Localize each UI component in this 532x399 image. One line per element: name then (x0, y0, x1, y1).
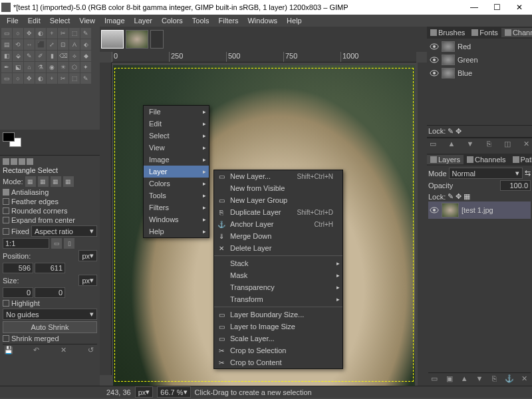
menu-filters[interactable]: Filters (215, 16, 243, 25)
tab-channels[interactable]: Channels (501, 28, 532, 37)
ctx-file[interactable]: File▸ (144, 106, 209, 118)
tool-6[interactable]: ⬚ (69, 28, 80, 39)
tool-39[interactable]: ✎ (80, 73, 91, 84)
ratio-landscape[interactable]: ▭ (51, 238, 62, 249)
mode-int[interactable]: ▦ (63, 176, 74, 187)
ch-dup[interactable]: ⎘ (484, 140, 493, 148)
layer-dup[interactable]: ⎘ (490, 374, 499, 383)
tool-36[interactable]: + (47, 73, 57, 84)
toolopt-reset[interactable]: ↺ (86, 346, 96, 354)
tool-29[interactable]: ☀ (58, 62, 68, 72)
maximize-button[interactable]: ☐ (485, 0, 508, 15)
tool-27[interactable]: ⚗ (35, 62, 46, 72)
tool-35[interactable]: ◐ (35, 73, 46, 84)
ctx-layer-transform[interactable]: Transform▸ (214, 293, 342, 305)
tool-32[interactable]: ▭ (1, 73, 12, 84)
size-x-field[interactable]: 0 (3, 287, 33, 298)
tool-5[interactable]: ✂ (58, 28, 68, 39)
ctx-edit[interactable]: Edit▸ (144, 118, 209, 130)
channel-blue[interactable]: Blue (428, 66, 531, 80)
size-unit[interactable]: px▾ (78, 275, 97, 286)
minimize-button[interactable]: — (463, 0, 485, 15)
tool-12[interactable]: ⤢ (47, 39, 57, 50)
ctx-view[interactable]: View▸ (144, 142, 209, 154)
size-y-field[interactable]: 0 (35, 287, 65, 298)
channel-red[interactable]: Red (428, 40, 531, 53)
tab-channels[interactable]: Channels (464, 155, 509, 164)
ch-up[interactable]: ▲ (447, 140, 456, 148)
tab-layers[interactable]: Layers (427, 155, 464, 164)
ch-sel[interactable]: ◫ (503, 140, 512, 148)
guides-select[interactable]: No guides▾ (3, 309, 97, 320)
ch-del[interactable]: ✕ (521, 140, 531, 148)
ctx-layer-delete-layer[interactable]: ✕Delete Layer (214, 242, 342, 254)
layer-del[interactable]: ✕ (520, 374, 529, 383)
rounded-checkbox[interactable] (3, 207, 9, 214)
tab-brushes[interactable]: Brushes (427, 28, 468, 37)
ctx-image[interactable]: Image▸ (144, 154, 209, 166)
tool-15[interactable]: ⬖ (80, 39, 91, 50)
mode-add[interactable]: ▦ (38, 176, 49, 187)
lock-pos-icon[interactable]: ✥ (456, 192, 462, 201)
layer-new[interactable]: ▭ (430, 374, 439, 383)
channel-green[interactable]: Green (428, 53, 531, 66)
image-tab-3[interactable] (150, 30, 164, 49)
toolopt-restore[interactable]: ↶ (31, 346, 41, 354)
expand-checkbox[interactable] (3, 217, 9, 223)
toolopt-delete[interactable]: ✕ (59, 346, 68, 354)
ratio-field[interactable]: 1:1 (3, 238, 49, 249)
layer-group[interactable]: ▣ (445, 374, 454, 383)
tool-23[interactable]: ◆ (80, 51, 91, 61)
tool-18[interactable]: ✎ (24, 51, 35, 61)
tool-14[interactable]: A (69, 39, 80, 50)
ctx-layer-crop-to-content[interactable]: ✂Crop to Content (214, 356, 342, 368)
tool-20[interactable]: ▮ (47, 51, 57, 61)
ch-new[interactable]: ▭ (428, 140, 438, 148)
tool-11[interactable]: ⬛ (35, 39, 46, 50)
opacity-field[interactable]: 100.0 (500, 180, 531, 191)
aa-checkbox[interactable] (3, 189, 9, 196)
pos-x-field[interactable]: 596 (3, 263, 33, 273)
ctx-filters[interactable]: Filters▸ (144, 201, 209, 213)
menu-image[interactable]: Image (100, 16, 129, 25)
ctx-layer-mask[interactable]: Mask▸ (214, 269, 342, 281)
tool-1[interactable]: ○ (13, 28, 23, 39)
ctx-layer[interactable]: Layer▸ (144, 166, 209, 178)
ctx-help[interactable]: Help▸ (144, 225, 209, 237)
menu-edit[interactable]: Edit (24, 16, 45, 25)
zoom-select[interactable]: 66.7 %▾ (157, 386, 190, 398)
tool-37[interactable]: ✂ (58, 73, 68, 84)
feather-checkbox[interactable] (3, 198, 9, 205)
ctx-layer-duplicate-layer[interactable]: ⎘Duplicate LayerShift+Ctrl+D (214, 206, 342, 218)
tool-22[interactable]: ⟡ (69, 51, 80, 61)
layer-name[interactable]: [test 1.jpg (462, 206, 493, 214)
ctx-layer-new-layer-[interactable]: ▭New Layer...Shift+Ctrl+N (214, 170, 342, 182)
pos-y-field[interactable]: 611 (35, 263, 65, 273)
tool-2[interactable]: ✥ (24, 28, 35, 39)
tool-24[interactable]: ✒ (1, 62, 12, 72)
layer-down[interactable]: ▼ (475, 374, 484, 383)
autoshrink-button[interactable]: Auto Shrink (3, 321, 97, 333)
ch-down[interactable]: ▼ (466, 140, 475, 148)
eye-icon[interactable] (430, 43, 439, 51)
status-unit-select[interactable]: px▾ (135, 386, 154, 398)
tab-paths[interactable]: Paths (509, 155, 532, 164)
lock-alpha-icon[interactable]: ▦ (464, 192, 470, 201)
ctx-layer-scale-layer-[interactable]: ▭Scale Layer... (214, 332, 342, 344)
lock-pixel-icon[interactable]: ✎ (448, 192, 454, 201)
fixed-select[interactable]: Aspect ratio▾ (31, 225, 97, 237)
ctx-tools[interactable]: Tools▸ (144, 190, 209, 201)
ratio-portrait[interactable]: ▯ (64, 238, 74, 249)
shrinkmerged-checkbox[interactable] (3, 335, 9, 342)
ctx-layer-layer-to-image-size[interactable]: ▭Layer to Image Size (214, 321, 342, 332)
ctx-colors[interactable]: Colors▸ (144, 178, 209, 190)
menu-tools[interactable]: Tools (188, 16, 213, 25)
tool-28[interactable]: ◉ (47, 62, 57, 72)
close-button[interactable]: ✕ (508, 0, 531, 15)
tool-38[interactable]: ⬚ (69, 73, 80, 84)
color-swatches[interactable] (3, 132, 27, 152)
tool-8[interactable]: ▤ (1, 39, 12, 50)
tab-fonts[interactable]: Fonts (468, 28, 501, 37)
mode-switch-icon[interactable]: ⇆ (525, 169, 531, 178)
eye-icon[interactable] (430, 69, 439, 77)
